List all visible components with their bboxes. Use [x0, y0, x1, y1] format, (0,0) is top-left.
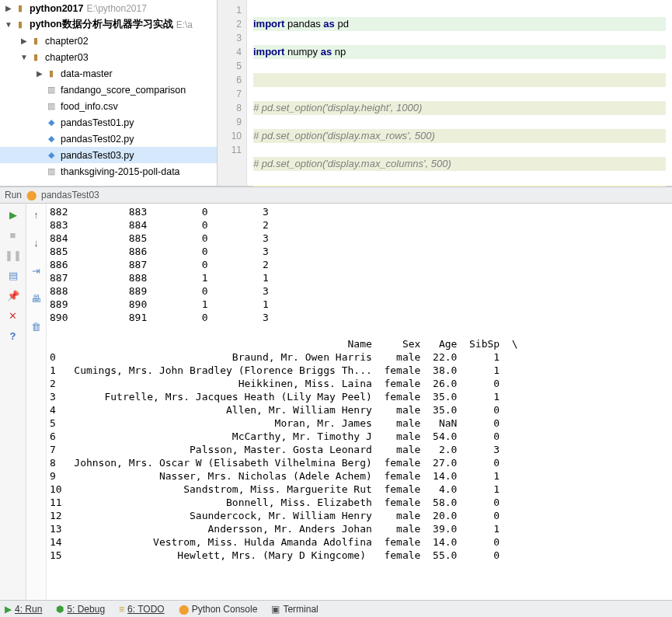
folder-icon: ▮: [14, 2, 26, 15]
chevron-down-icon: ▼: [19, 53, 30, 61]
up-icon[interactable]: ↑: [29, 207, 44, 222]
tree-label: food_info.csv: [61, 101, 118, 112]
folder-icon: ▮: [30, 51, 42, 64]
play-icon: ▶: [5, 604, 12, 615]
chevron-down-icon: ▼: [3, 20, 14, 29]
help-button[interactable]: ?: [5, 328, 21, 343]
tree-label: data-master: [61, 68, 113, 79]
tree-label: fandango_score_comparison: [61, 85, 186, 96]
print-icon[interactable]: 🖶: [29, 291, 44, 306]
python-file-icon: ◆: [45, 133, 57, 145]
close-button[interactable]: ✕: [5, 308, 21, 323]
code-editor[interactable]: 1234567891011 import pandas as pd import…: [218, 0, 672, 186]
chevron-right-icon: ▶: [3, 4, 14, 12]
bug-icon: ⬢: [56, 604, 64, 615]
tree-label: pandasTest01.py: [61, 117, 134, 128]
csv-file-icon: ▥: [45, 84, 57, 96]
pin-button[interactable]: 📌: [5, 288, 21, 303]
python-icon: ⬤: [179, 604, 189, 615]
console-output[interactable]: 882 883 0 3 883 884 0 2 884 885 0 3 885 …: [47, 204, 672, 600]
folder-icon: ▮: [30, 35, 42, 47]
csv-file-icon: ▥: [45, 166, 57, 178]
run-left-toolbar: ▶ ■ ❚❚ ▤ 📌 ✕ ?: [0, 204, 26, 600]
rerun-button[interactable]: ▶: [5, 207, 21, 222]
tree-item-data-master[interactable]: ▶▮data-master: [0, 65, 217, 82]
run-secondary-toolbar: ↑ ↓ ⇥ 🖶 🗑: [26, 204, 47, 600]
bottom-toolbar: ▶4: Run ⬢5: Debug ≡6: TODO ⬤Python Conso…: [0, 600, 672, 617]
python-file-icon: ◆: [45, 149, 57, 162]
tree-label: chapter03: [45, 52, 89, 63]
tree-item-pandastest01-py[interactable]: ◆pandasTest01.py: [0, 114, 217, 131]
tree-folder-chapter02[interactable]: ▶ ▮ chapter02: [0, 33, 217, 49]
tree-item-pandastest03-py[interactable]: ◆pandasTest03.py: [0, 147, 217, 163]
bottom-todo-tab[interactable]: ≡6: TODO: [119, 604, 165, 615]
chevron-right-icon: ▶: [34, 69, 45, 78]
tree-item-pandastest02-py[interactable]: ◆pandasTest02.py: [0, 131, 217, 147]
csv-file-icon: ▥: [45, 100, 57, 113]
tree-folder-chapter03[interactable]: ▼ ▮ chapter03: [0, 49, 217, 65]
tree-path: E:\python2017: [86, 3, 146, 14]
tree-label: python2017: [30, 3, 83, 14]
stop-button[interactable]: ■: [5, 227, 21, 242]
chevron-right-icon: ▶: [19, 37, 30, 45]
tree-label: thanksgiving-2015-poll-data: [61, 166, 180, 177]
tree-label: chapter02: [45, 36, 89, 47]
bottom-terminal-tab[interactable]: ▣Terminal: [271, 604, 318, 615]
tree-item-thanksgiving-2015-poll-data[interactable]: ▥thanksgiving-2015-poll-data: [0, 163, 217, 180]
python-icon: ⬤: [26, 190, 37, 200]
todo-icon: ≡: [119, 604, 124, 615]
tree-root-python2017[interactable]: ▶ ▮ python2017 E:\python2017: [0, 0, 217, 16]
bottom-debug-tab[interactable]: ⬢5: Debug: [56, 604, 105, 615]
tree-item-food-info-csv[interactable]: ▥food_info.csv: [0, 98, 217, 114]
python-file-icon: ◆: [45, 117, 57, 129]
tree-root-mlcourse[interactable]: ▼ ▮ python数据分析与机器学习实战 E:\a: [0, 16, 217, 33]
bottom-run-tab[interactable]: ▶4: Run: [5, 604, 42, 615]
wrap-icon[interactable]: ⇥: [29, 263, 44, 278]
tree-item-fandango-score-comparison[interactable]: ▥fandango_score_comparison: [0, 82, 217, 98]
line-gutter: 1234567891011: [218, 0, 247, 186]
folder-icon: ▮: [45, 68, 57, 80]
tree-label: python数据分析与机器学习实战: [30, 18, 173, 31]
down-icon[interactable]: ↓: [29, 235, 44, 250]
tree-path: E:\a: [176, 19, 193, 30]
pause-button[interactable]: ❚❚: [5, 247, 21, 263]
tree-label: pandasTest03.py: [61, 150, 134, 161]
folder-icon: ▮: [14, 19, 26, 31]
tool-button[interactable]: ▤: [5, 267, 21, 283]
run-label: Run: [5, 190, 22, 200]
run-config-name: pandasTest03: [41, 190, 99, 200]
project-tree[interactable]: ▶ ▮ python2017 E:\python2017 ▼ ▮ python数…: [0, 0, 218, 186]
tree-label: pandasTest02.py: [61, 134, 134, 145]
terminal-icon: ▣: [271, 604, 280, 615]
run-toolwindow-header[interactable]: Run ⬤ pandasTest03: [0, 186, 672, 204]
trash-icon[interactable]: 🗑: [29, 319, 44, 334]
code-area[interactable]: import pandas as pd import numpy as np #…: [247, 0, 672, 186]
bottom-pyconsole-tab[interactable]: ⬤Python Console: [179, 604, 258, 615]
